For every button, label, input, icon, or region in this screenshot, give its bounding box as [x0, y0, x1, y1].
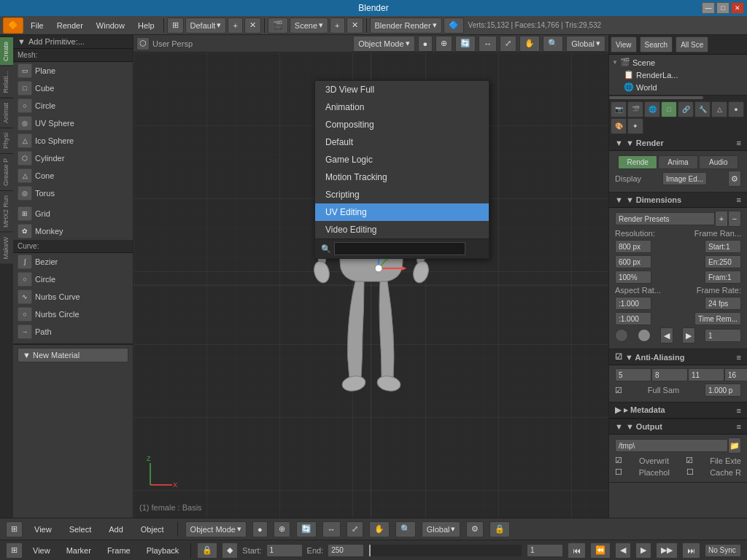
- render-menu-icon[interactable]: ≡: [737, 139, 741, 147]
- viewport-btn-2[interactable]: ⊕: [436, 36, 452, 52]
- statusbar-object[interactable]: Object: [135, 524, 170, 535]
- toggle-2[interactable]: [638, 329, 651, 342]
- workspace-item-videoediting[interactable]: Video Editing: [315, 221, 489, 238]
- frame-step-field[interactable]: 1: [705, 329, 741, 342]
- render-presets-field[interactable]: Render Presets: [615, 212, 715, 225]
- timeline-track[interactable]: [368, 544, 522, 557]
- res-y-field[interactable]: 600 px: [615, 255, 651, 268]
- fileext-checkbox[interactable]: ☑: [686, 456, 693, 465]
- dimensions-section-header[interactable]: ▼ ▼ Dimensions ≡: [609, 192, 747, 208]
- viewport-shade-5[interactable]: ✋: [369, 521, 390, 537]
- aa-11[interactable]: 11: [688, 368, 724, 381]
- aa-5[interactable]: 5: [615, 368, 651, 381]
- prop-tab-particles[interactable]: ✦: [627, 118, 643, 134]
- workspace-item-compositing[interactable]: Compositing: [315, 116, 489, 133]
- outliner-scene[interactable]: ▼ 🎬 Scene: [609, 56, 747, 69]
- scene-close[interactable]: ✕: [347, 18, 363, 34]
- aspect-y-field[interactable]: : 1.000: [615, 312, 651, 325]
- tool-cube[interactable]: □ Cube: [13, 79, 133, 97]
- tab-mhx2[interactable]: MHX2 Run: [0, 190, 13, 232]
- viewport-shade-3[interactable]: ↔: [322, 521, 341, 537]
- workspace-item-3dviewfull[interactable]: 3D View Full: [315, 81, 489, 98]
- play-last-btn[interactable]: ⏭: [682, 542, 700, 559]
- tool-grid[interactable]: ⊞ Grid: [13, 205, 133, 222]
- minimize-button[interactable]: —: [702, 2, 715, 14]
- scene-selector[interactable]: Scene ▾: [290, 18, 328, 34]
- workspace-item-animation[interactable]: Animation: [315, 98, 489, 116]
- tab-relations[interactable]: Relati...: [0, 66, 13, 98]
- workspace-selector[interactable]: Default ▾: [185, 18, 227, 34]
- workspace-item-gamelogic[interactable]: Game Logic: [315, 151, 489, 168]
- rp-allscene-tab[interactable]: All Sce: [676, 36, 708, 52]
- display-settings-btn[interactable]: ⚙: [728, 171, 741, 187]
- prop-tab-object[interactable]: □: [661, 101, 677, 117]
- timeline-view[interactable]: View: [27, 545, 56, 556]
- tool-torus[interactable]: ◎ Torus: [13, 184, 133, 202]
- timeline-current-frame[interactable]: 1: [527, 544, 563, 557]
- tool-bezier[interactable]: ∫ Bezier: [13, 253, 133, 271]
- prop-tab-scene[interactable]: 🎬: [627, 101, 643, 117]
- timeline-start-field[interactable]: 1: [266, 544, 303, 557]
- close-button[interactable]: ✕: [731, 2, 744, 14]
- aa-8[interactable]: 8: [651, 368, 688, 381]
- viewport-type-icon[interactable]: ⊞: [6, 521, 23, 537]
- outliner-world[interactable]: 🌐 World: [609, 81, 747, 93]
- viewport-btn-5[interactable]: ⤢: [500, 36, 516, 52]
- metadata-section-header[interactable]: ▶ ▸ Metadata ≡: [609, 402, 747, 419]
- aa-section-header[interactable]: ☑ ▼ Anti-Aliasing ≡: [609, 349, 747, 365]
- tab-physics[interactable]: Physi: [0, 128, 13, 153]
- toggle-1[interactable]: [615, 329, 628, 342]
- viewport-btn-1[interactable]: ●: [418, 36, 433, 52]
- overwrite-checkbox[interactable]: ☑: [615, 456, 622, 465]
- viewport-shade-2[interactable]: 🔄: [296, 521, 317, 537]
- tool-monkey[interactable]: ✿ Monkey: [13, 222, 133, 240]
- workspace-close[interactable]: ✕: [244, 18, 261, 34]
- lock-btn[interactable]: 🔒: [197, 542, 217, 559]
- viewport-shade-4[interactable]: ⤢: [347, 521, 363, 537]
- viewport-btn-3[interactable]: 🔄: [455, 36, 476, 52]
- menu-help[interactable]: Help: [132, 20, 160, 31]
- render-section-header[interactable]: ▼ ▼ Render ≡: [609, 136, 747, 151]
- output-menu-icon[interactable]: ≡: [737, 422, 741, 431]
- prop-tab-constraints[interactable]: 🔗: [678, 101, 694, 117]
- tool-plane[interactable]: ▭ Plane: [13, 62, 133, 79]
- next-frame-btn[interactable]: ▶: [682, 327, 695, 343]
- workspace-layout-icon[interactable]: ⊞: [167, 18, 184, 34]
- cacher-checkbox[interactable]: ☐: [686, 467, 694, 477]
- timeline-marker[interactable]: Marker: [61, 545, 97, 556]
- placeholder-checkbox[interactable]: ☐: [615, 467, 622, 477]
- frame-field[interactable]: Fram: 1: [705, 271, 741, 284]
- rp-view-tab[interactable]: View: [611, 36, 637, 52]
- play-next-frame-btn[interactable]: ▶▶: [656, 542, 678, 559]
- workspace-item-scripting[interactable]: Scripting: [315, 186, 489, 203]
- new-material-button[interactable]: ▼ New Material: [18, 348, 128, 362]
- menu-render[interactable]: Render: [51, 20, 89, 31]
- start-field[interactable]: Start: 1: [705, 240, 741, 253]
- framerate-field[interactable]: 24 fps: [705, 297, 741, 310]
- output-browse-btn[interactable]: 📁: [728, 438, 741, 454]
- dimensions-menu-icon[interactable]: ≡: [737, 195, 741, 204]
- play-btn[interactable]: ▶: [635, 542, 651, 559]
- workspace-search-input[interactable]: [334, 242, 465, 255]
- render-btn-small[interactable]: ●: [252, 521, 268, 537]
- viewport-btn-4[interactable]: ↔: [479, 36, 497, 52]
- play-prev-btn[interactable]: ⏪: [590, 542, 611, 559]
- metadata-menu-icon[interactable]: ≡: [737, 406, 741, 415]
- prop-tab-render[interactable]: 📷: [611, 101, 627, 117]
- timeline-type-icon[interactable]: ⊞: [6, 542, 23, 559]
- tool-circle[interactable]: ○ Circle: [13, 97, 133, 114]
- render-engine-selector[interactable]: Blender Render ▾: [370, 18, 442, 34]
- output-section-header[interactable]: ▼ ▼ Output ≡: [609, 419, 747, 435]
- viewport-btn-6[interactable]: ✋: [519, 36, 540, 52]
- viewport-btn-7[interactable]: 🔍: [543, 36, 563, 52]
- workspace-item-default[interactable]: Default: [315, 133, 489, 151]
- prop-tab-texture[interactable]: 🎨: [611, 118, 627, 134]
- tab-makew[interactable]: MakeW: [0, 232, 13, 264]
- global-selector[interactable]: Global ▾: [566, 36, 605, 52]
- output-path-field[interactable]: /tmp\: [615, 439, 728, 452]
- workspace-add[interactable]: +: [228, 18, 242, 34]
- menu-window[interactable]: Window: [90, 20, 131, 31]
- image-edit-field[interactable]: Image Ed...: [662, 172, 707, 185]
- tool-nurbs-curve[interactable]: ∿ Nurbs Curve: [13, 288, 133, 306]
- viewport-mode-icon[interactable]: ⬡: [136, 37, 150, 50]
